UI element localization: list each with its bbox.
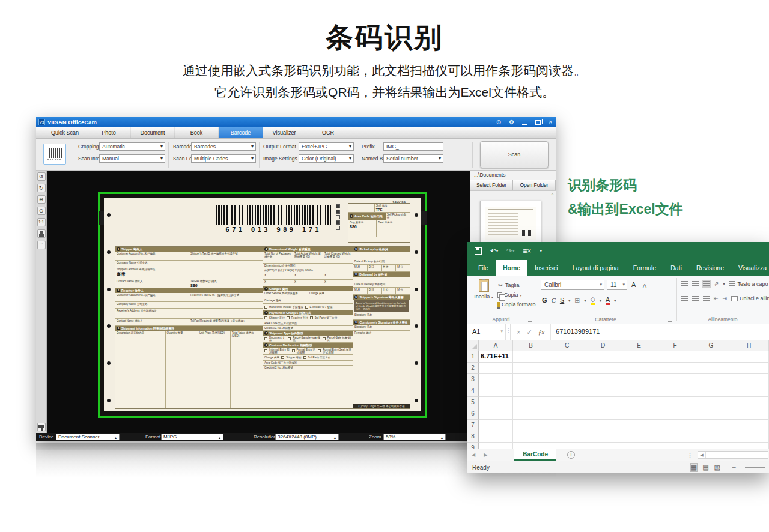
grid-cell[interactable] — [585, 443, 621, 449]
tab-home[interactable]: Home — [496, 260, 527, 276]
resolution-dropdown[interactable]: 3264X2448 (8MP) — [275, 434, 339, 440]
font-size-dropdown[interactable]: 11 — [607, 280, 627, 290]
actual-size-button[interactable]: 1:1 — [37, 218, 46, 226]
grid-cell[interactable] — [657, 397, 693, 408]
grid-row-header[interactable]: 2 — [467, 363, 479, 374]
clear-rows-icon[interactable]: ≡× — [523, 247, 531, 255]
grid-cell[interactable] — [585, 408, 621, 420]
grid-cell[interactable] — [513, 385, 549, 397]
tab-visualizer[interactable]: Visualizer — [263, 127, 306, 138]
grid-row-header[interactable]: 6 — [467, 408, 479, 420]
grid-col-header[interactable]: B — [513, 340, 549, 351]
rotate-left-icon[interactable]: ↺ — [37, 172, 46, 181]
cut-button[interactable]: ✂Taglia — [497, 280, 536, 290]
undo-icon[interactable]: ↶▾ — [490, 247, 498, 255]
grid-cell[interactable] — [657, 443, 693, 449]
scroll-up-icon[interactable]: ^ — [552, 192, 553, 196]
grid-col-header[interactable]: E — [621, 340, 657, 351]
align-top-icon[interactable] — [681, 281, 688, 286]
grid-cell[interactable] — [549, 408, 585, 420]
increase-indent-icon[interactable]: ⇥ — [723, 295, 728, 301]
grid-row-header[interactable]: 7 — [467, 420, 479, 431]
grid-cell[interactable] — [549, 431, 585, 443]
page-layout-view-icon[interactable]: ▤ — [702, 464, 708, 471]
grid-cell[interactable] — [479, 431, 513, 443]
tab-file[interactable]: File — [471, 260, 496, 276]
sheet-tab-barcode[interactable]: BarCode — [514, 449, 556, 461]
grid-cell[interactable] — [657, 408, 693, 420]
grid-cell[interactable] — [693, 385, 729, 397]
grid-cell[interactable] — [657, 374, 693, 385]
formula-input[interactable]: 671013989171 — [551, 324, 769, 340]
format-dropdown[interactable]: MJPG — [161, 434, 223, 440]
grid-col-header[interactable]: G — [693, 340, 729, 351]
grid-cell[interactable] — [549, 363, 585, 374]
zoom-slider[interactable] — [745, 467, 765, 468]
grid-cell[interactable] — [479, 443, 513, 449]
grid-select-all-corner[interactable] — [467, 340, 479, 351]
grid-cell[interactable] — [621, 397, 657, 408]
grid-col-header[interactable]: D — [585, 340, 621, 351]
merge-center-button[interactable]: Unisci e allinea — [731, 295, 769, 301]
name-box[interactable]: A1 — [467, 324, 506, 340]
grid-cell[interactable] — [693, 420, 729, 431]
output-format-dropdown[interactable]: Excel+JPG — [299, 142, 354, 151]
grid-cell[interactable] — [729, 385, 769, 397]
grid-cell[interactable] — [729, 363, 769, 374]
italic-button[interactable]: C — [552, 297, 556, 304]
tab-visualizza[interactable]: Visualizza — [731, 260, 769, 276]
font-dialog-launcher-icon[interactable] — [668, 318, 672, 322]
page-break-view-icon[interactable]: ▧ — [714, 464, 720, 471]
zoom-out-icon[interactable]: ⊖ — [37, 207, 46, 215]
grid-cell[interactable] — [657, 351, 693, 363]
bold-button[interactable]: G — [542, 297, 547, 304]
grid-cell[interactable] — [693, 431, 729, 443]
grid-cell[interactable] — [657, 420, 693, 431]
grid-cell[interactable] — [549, 374, 585, 385]
grid-row-header[interactable]: 4 — [467, 385, 479, 397]
grid-cell[interactable] — [479, 374, 513, 385]
scroll-left-icon[interactable]: ◀ — [698, 452, 706, 458]
grid-cell[interactable] — [513, 363, 549, 374]
grid-row-header[interactable]: 5 — [467, 397, 479, 408]
align-left-icon[interactable] — [681, 296, 688, 301]
font-name-dropdown[interactable]: Calibri — [541, 280, 604, 290]
restore-icon[interactable] — [535, 120, 541, 125]
grid-cell[interactable] — [549, 385, 585, 397]
grid-cell[interactable] — [479, 385, 513, 397]
grid-cell[interactable] — [621, 351, 657, 363]
grid-cell[interactable] — [693, 374, 729, 385]
image-settings-dropdown[interactable]: Color (Original) — [299, 154, 354, 163]
named-by-dropdown[interactable]: Serial number — [383, 154, 443, 163]
tab-layout[interactable]: Layout di pagina — [565, 260, 626, 276]
grid-cell[interactable] — [657, 385, 693, 397]
scanner-titlebar[interactable]: Vs VIISAN OfficeCam ⊕ ⚙ × — [36, 117, 556, 127]
grid-col-header[interactable]: C — [549, 340, 585, 351]
fill-color-icon[interactable]: ◇ — [591, 295, 595, 305]
scanner-device-icon[interactable] — [37, 423, 46, 431]
grid-cell[interactable] — [729, 443, 769, 449]
grid-cell[interactable] — [657, 363, 693, 374]
grid-cell[interactable] — [621, 443, 657, 449]
grid-cell[interactable] — [621, 374, 657, 385]
confirm-entry-icon[interactable]: ✓ — [526, 328, 532, 336]
tab-photo[interactable]: Photo — [87, 127, 131, 138]
font-color-icon[interactable]: A — [606, 296, 610, 305]
open-folder-button[interactable]: Open Folder — [513, 180, 556, 190]
shrink-font-icon[interactable]: Aˇ — [643, 282, 648, 289]
grid-cell[interactable] — [729, 374, 769, 385]
grid-cell[interactable] — [729, 431, 769, 443]
decrease-indent-icon[interactable]: ⇤ — [714, 295, 719, 301]
tab-ocr[interactable]: OCR — [306, 127, 350, 138]
underline-button[interactable]: S — [560, 297, 564, 304]
tab-quick-scan[interactable]: Quick Scan — [43, 127, 87, 138]
tab-barcode[interactable]: Barcode — [219, 127, 263, 138]
paste-button[interactable]: Incolla ▾ — [472, 279, 495, 300]
grid-cell[interactable] — [621, 408, 657, 420]
format-painter-button[interactable]: Copia formato — [497, 300, 536, 309]
settings-gear-icon[interactable]: ⚙ — [509, 117, 514, 127]
grid-cell[interactable] — [621, 420, 657, 431]
tab-book[interactable]: Book — [175, 127, 219, 138]
scan-button[interactable]: Scan — [480, 141, 549, 168]
grid-cell[interactable] — [585, 397, 621, 408]
